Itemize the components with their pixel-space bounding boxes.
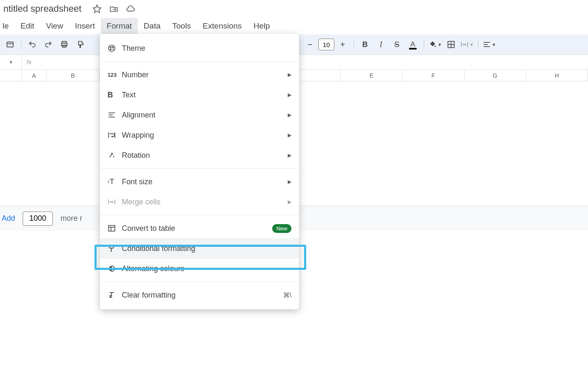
menu-extensions[interactable]: Extensions	[197, 18, 248, 34]
menu-help[interactable]: Help	[248, 18, 276, 34]
menu-data[interactable]: Data	[138, 18, 166, 34]
document-title[interactable]: ntitled spreadsheet	[0, 2, 85, 16]
svg-rect-1	[7, 42, 13, 47]
svg-point-14	[112, 47, 113, 48]
menu-theme[interactable]: Theme	[100, 38, 299, 58]
cloud-icon[interactable]	[126, 4, 135, 13]
menu-format[interactable]: Format	[101, 18, 138, 34]
strikethrough-icon[interactable]: S	[390, 38, 404, 51]
merge-cells-icon[interactable]: ▼	[460, 38, 474, 51]
menu-view[interactable]: View	[40, 18, 69, 34]
svg-point-13	[110, 47, 111, 48]
svg-point-12	[109, 45, 115, 52]
paint-format-icon[interactable]	[74, 38, 87, 51]
menu-file[interactable]: le	[0, 18, 15, 34]
select-all-corner[interactable]	[0, 70, 22, 81]
separator	[424, 39, 424, 50]
star-icon[interactable]	[92, 4, 102, 13]
title-bar: ntitled spreadsheet	[0, 0, 588, 18]
col-head-H[interactable]: H	[526, 70, 588, 81]
theme-icon	[108, 44, 122, 52]
menu-number-label: Number	[122, 71, 288, 79]
svg-point-15	[110, 49, 111, 50]
fx-label: fx	[22, 59, 37, 65]
submenu-arrow-icon: ▶	[288, 72, 291, 78]
menu-separator	[100, 61, 299, 62]
search-menus-icon[interactable]	[3, 38, 17, 51]
menu-insert[interactable]: Insert	[69, 18, 101, 34]
menu-theme-label: Theme	[122, 44, 291, 53]
col-head-F[interactable]: F	[403, 70, 465, 81]
increase-font-icon[interactable]: +	[336, 38, 349, 51]
separator	[354, 39, 354, 50]
redo-icon[interactable]	[42, 38, 55, 51]
menu-number[interactable]: 123 Number ▶	[100, 65, 299, 81]
title-icons	[92, 4, 135, 13]
separator	[478, 39, 478, 50]
print-icon[interactable]	[58, 38, 71, 51]
separator	[21, 39, 21, 50]
move-icon[interactable]	[109, 4, 118, 13]
font-size-group: − +	[303, 38, 349, 51]
font-size-input[interactable]	[318, 39, 334, 50]
svg-marker-0	[93, 5, 101, 13]
undo-icon[interactable]	[26, 38, 39, 51]
col-head-E[interactable]: E	[341, 70, 402, 81]
menu-edit[interactable]: Edit	[15, 18, 40, 34]
fill-color-icon[interactable]: ▼	[428, 38, 442, 51]
menu-bar: le Edit View Insert Format Data Tools Ex…	[0, 18, 588, 34]
bold-icon[interactable]: B	[358, 38, 372, 51]
decrease-font-icon[interactable]: −	[303, 38, 317, 51]
name-box[interactable]: ▾	[0, 55, 22, 69]
italic-icon[interactable]: I	[374, 38, 388, 51]
col-head-A[interactable]: A	[22, 70, 47, 81]
col-head-B[interactable]: B	[47, 70, 99, 81]
borders-icon[interactable]	[444, 38, 458, 51]
horizontal-align-icon[interactable]: ▼	[483, 38, 496, 51]
format-dropdown-menu: Theme 123 Number ▶ B Text ▶ Alignment ▶ …	[100, 34, 299, 81]
menu-tools[interactable]: Tools	[166, 18, 197, 34]
col-head-G[interactable]: G	[465, 70, 526, 81]
number-icon: 123	[108, 72, 122, 78]
text-color-icon[interactable]: A	[406, 38, 420, 51]
